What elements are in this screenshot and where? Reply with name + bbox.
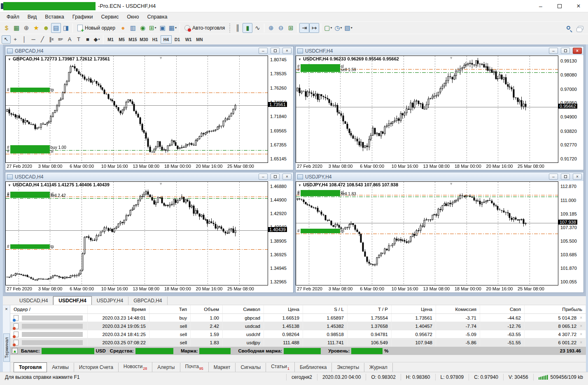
close-button[interactable]: ×: [569, 0, 588, 12]
close-order-icon[interactable]: ×: [580, 340, 582, 345]
chart-shift-icon[interactable]: ↦: [309, 23, 319, 33]
col-header-11[interactable]: Прибыль: [525, 305, 586, 313]
profiles-icon[interactable]: ☻: [41, 23, 51, 33]
timeframe-M5[interactable]: M5: [116, 35, 127, 44]
price-canvas[interactable]: [296, 181, 583, 292]
menu-item-Сервис[interactable]: Сервис: [97, 13, 123, 21]
zoom-out-icon[interactable]: ⊖: [276, 23, 286, 33]
search-icon[interactable]: [563, 23, 573, 33]
favorites-icon[interactable]: ★: [31, 23, 41, 33]
chart-close-button[interactable]: ×: [282, 48, 292, 54]
col-header-3[interactable]: Объем: [191, 305, 223, 313]
chart-close-button[interactable]: ×: [573, 48, 582, 54]
timeframe-H4[interactable]: H4: [161, 35, 172, 44]
price-scale[interactable]: 0.991300.980800.970000.959500.949000.938…: [558, 55, 583, 170]
chart-window-titlebar[interactable]: GBPCAD,H4–×: [5, 46, 293, 55]
shapes-icon[interactable]: ■: [83, 35, 92, 44]
chart-minimize-button[interactable]: –: [259, 48, 268, 54]
col-header-2[interactable]: Тип: [149, 305, 191, 313]
close-order-icon[interactable]: ×: [580, 332, 582, 336]
terminal-tab-статьи[interactable]: Статьи1: [266, 362, 295, 372]
timeframe-D1[interactable]: D1: [172, 35, 183, 44]
col-header-7[interactable]: T / P: [348, 305, 392, 313]
chart-windows-icon[interactable]: ▣: [158, 23, 168, 33]
chart-tab-usdjpy-h4[interactable]: USDJPY,H4: [92, 297, 128, 305]
menu-item-Вставка[interactable]: Вставка: [41, 13, 68, 21]
terminal-tab-алерты[interactable]: Алерты: [152, 363, 180, 372]
chart-window-titlebar[interactable]: USDJPY,H4–×: [296, 172, 583, 181]
chart-minimize-button[interactable]: –: [549, 48, 558, 54]
cursor-icon[interactable]: ↖: [2, 35, 11, 44]
col-header-4[interactable]: Символ: [223, 305, 264, 313]
strategy-tester-icon[interactable]: ◉: [138, 23, 148, 33]
timeframe-W1[interactable]: W1: [183, 35, 194, 44]
terminal-panel-icon[interactable]: ▥: [128, 23, 138, 33]
chart-window-titlebar[interactable]: USDCAD,H4–×: [5, 172, 293, 181]
fibonacci-icon[interactable]: ≡F: [56, 35, 65, 44]
trendline-icon[interactable]: ╱: [38, 35, 47, 44]
terminal-tab-эксперты[interactable]: Эксперты: [332, 363, 364, 372]
terminal-tab-почта[interactable]: Почта95: [180, 362, 209, 372]
col-header-1[interactable]: Время: [88, 305, 149, 313]
col-header-0[interactable]: Ордер /: [10, 305, 88, 313]
chart-tab-usdcad-h4[interactable]: USDCAD,H4: [14, 297, 53, 305]
terminal-close-icon[interactable]: ×: [5, 306, 7, 311]
close-order-icon[interactable]: ×: [580, 315, 582, 320]
new-template-icon[interactable]: ▢▾: [323, 23, 333, 33]
maximize-button[interactable]: [550, 0, 569, 12]
terminal-tab-журнал[interactable]: Журнал: [364, 363, 393, 372]
collapse-arrow-icon[interactable]: ▼: [8, 183, 11, 187]
terminal-tab-сигналы[interactable]: Сигналы: [236, 363, 266, 372]
collapse-arrow-icon[interactable]: ▼: [298, 183, 301, 187]
text-label-icon[interactable]: T: [74, 35, 83, 44]
time-scale[interactable]: 27 Feb 20203 Mar 08:006 Mar 00:0010 Mar …: [5, 286, 268, 292]
deposit-icon[interactable]: ▲: [12, 348, 18, 354]
chart-tab-gbpcad-h4[interactable]: GBPCAD,H4: [128, 297, 167, 305]
timeframe-M30[interactable]: M30: [138, 35, 149, 44]
timeframe-MN[interactable]: MN: [194, 35, 205, 44]
chart-restore-button[interactable]: [271, 48, 280, 54]
timeframe-M15[interactable]: M15: [127, 35, 138, 44]
data-window-icon[interactable]: ◨: [61, 23, 71, 33]
terminal-tab-торговля[interactable]: Торговля: [14, 362, 47, 372]
close-order-icon[interactable]: ×: [580, 324, 582, 328]
chart-minimize-button[interactable]: –: [549, 174, 558, 180]
price-scale[interactable]: 1.807451.785351.762601.740501.718401.695…: [268, 55, 293, 170]
collapse-arrow-icon[interactable]: ▼: [298, 58, 301, 61]
horizontal-line-icon[interactable]: ─: [29, 35, 38, 44]
terminal-tab-история-счета[interactable]: История Счета: [74, 363, 119, 372]
new-chart-icon[interactable]: ▦: [12, 23, 21, 33]
chart-restore-button[interactable]: [561, 48, 570, 54]
terminal-tab-активы[interactable]: Активы: [47, 363, 74, 372]
periods-icon[interactable]: ◷▾: [333, 23, 343, 33]
menu-item-Справка[interactable]: Справка: [143, 13, 171, 21]
time-scale[interactable]: 27 Feb 20203 Mar 08:006 Mar 00:0010 Mar …: [296, 286, 558, 292]
price-canvas[interactable]: [296, 55, 583, 170]
chart-tab-usdchf-h4[interactable]: USDCHF,H4: [53, 296, 91, 305]
trade-account-icon[interactable]: $: [2, 23, 12, 33]
collapse-arrow-icon[interactable]: ▼: [8, 58, 11, 61]
col-header-6[interactable]: S / L: [303, 305, 348, 313]
line-chart-icon[interactable]: ∿: [252, 23, 262, 33]
col-header-8[interactable]: Цена: [392, 305, 436, 313]
candlestick-chart-icon[interactable]: ▮: [243, 23, 252, 33]
autoscroll-icon[interactable]: ⇥: [299, 23, 309, 33]
time-scale[interactable]: 27 Feb 20203 Mar 08:006 Mar 00:0010 Mar …: [5, 163, 268, 170]
col-header-5[interactable]: Цена: [264, 305, 303, 313]
bar-chart-icon[interactable]: ║: [233, 23, 243, 33]
chart-shift-marker[interactable]: ▼: [159, 182, 163, 186]
zoom-in-icon[interactable]: ⊕: [266, 23, 276, 33]
menu-item-Графики[interactable]: Графики: [68, 13, 97, 21]
chart-window-titlebar[interactable]: USDCHF,H4–×: [296, 46, 583, 55]
chart-close-button[interactable]: ×: [282, 174, 292, 180]
crosshair-tool-icon[interactable]: +: [11, 35, 20, 44]
add-indicator-icon[interactable]: ⊞▾: [148, 23, 158, 33]
arrows-icon[interactable]: ◆▾: [92, 35, 101, 44]
autotrade-button[interactable]: Авто-торговля: [182, 23, 228, 33]
menu-item-Файл[interactable]: Файл: [2, 13, 23, 21]
timeframe-H1[interactable]: H1: [149, 35, 161, 44]
crosshair-icon[interactable]: ⊕: [21, 23, 31, 33]
col-header-9[interactable]: Комиссия: [436, 305, 480, 313]
market-watch-icon[interactable]: ▤: [51, 23, 61, 33]
menu-item-Окно[interactable]: Окно: [123, 13, 143, 21]
